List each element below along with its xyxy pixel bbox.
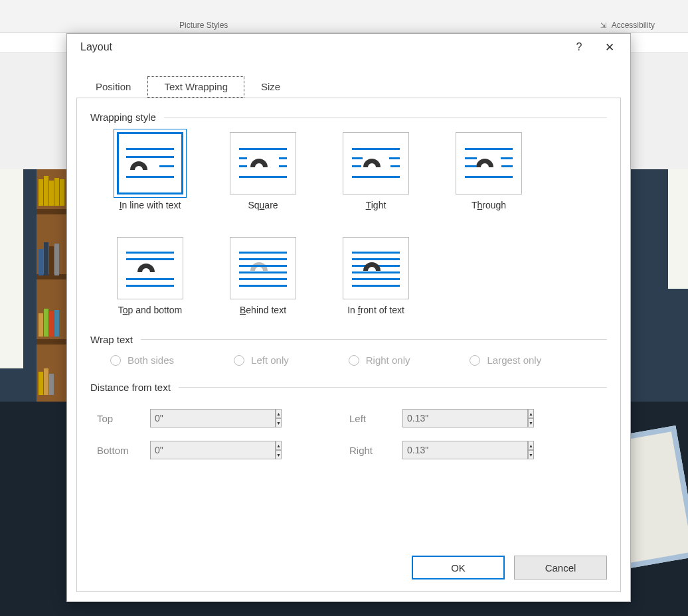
distance-bottom-spinner[interactable]: ▲▼ <box>150 441 256 459</box>
ribbon-group-accessibility: ⇲ Accessibility <box>600 21 655 30</box>
distance-bottom-label: Bottom <box>97 445 150 456</box>
dialog-launcher-icon[interactable]: ⇲ <box>600 21 606 30</box>
style-top-bottom[interactable] <box>117 237 183 299</box>
spin-up-icon[interactable]: ▲ <box>276 441 282 450</box>
style-front[interactable] <box>343 237 409 299</box>
style-square-label: Square <box>248 200 278 210</box>
distance-left-label: Left <box>349 413 402 424</box>
dialog-title: Layout <box>80 41 564 53</box>
wrap-text-title: Wrap text <box>90 334 607 345</box>
distance-left-spinner[interactable]: ▲▼ <box>402 409 509 427</box>
style-behind-label: Behind text <box>240 305 286 315</box>
ribbon-group-picture-styles: Picture Styles <box>179 21 228 30</box>
spin-up-icon[interactable]: ▲ <box>528 441 534 450</box>
help-button[interactable]: ? <box>564 41 594 53</box>
wrap-text-options: Both sides Left only Right only Largest … <box>90 354 607 366</box>
spin-down-icon[interactable]: ▼ <box>528 450 534 459</box>
tabs: Position Text Wrapping Size <box>67 76 630 98</box>
style-inline[interactable] <box>117 132 183 194</box>
spin-up-icon[interactable]: ▲ <box>276 409 282 418</box>
wrapping-style-grid: In line with text Square <box>90 132 607 315</box>
distance-top-input <box>150 409 276 427</box>
radio-right-only: Right only <box>349 354 410 366</box>
distance-right-label: Right <box>349 445 402 456</box>
distance-top-spinner[interactable]: ▲▼ <box>150 409 256 427</box>
style-through-label: Through <box>472 200 506 210</box>
style-inline-label: In line with text <box>120 200 181 210</box>
style-tight[interactable] <box>343 132 409 194</box>
titlebar: Layout ? ✕ <box>67 34 630 60</box>
distance-grid: Top ▲▼ Bottom ▲▼ Left <box>90 402 607 466</box>
accessibility-label: Accessibility <box>612 21 655 30</box>
spin-down-icon[interactable]: ▼ <box>276 418 282 427</box>
distance-right-input <box>402 441 528 459</box>
style-square[interactable] <box>230 132 296 194</box>
tab-size[interactable]: Size <box>244 76 297 98</box>
radio-left-only: Left only <box>234 354 289 366</box>
tab-text-wrapping[interactable]: Text Wrapping <box>147 76 244 98</box>
ribbon: Picture Styles ⇲ Accessibility <box>0 0 688 33</box>
tab-content: Wrapping style In line with text <box>76 98 621 592</box>
ok-button[interactable]: OK <box>412 556 505 579</box>
radio-both-sides: Both sides <box>110 354 174 366</box>
cancel-button[interactable]: Cancel <box>514 556 607 579</box>
spin-up-icon[interactable]: ▲ <box>528 409 534 418</box>
wrapping-style-title: Wrapping style <box>90 112 607 123</box>
spin-down-icon[interactable]: ▼ <box>276 450 282 459</box>
distance-right-spinner[interactable]: ▲▼ <box>402 441 509 459</box>
radio-largest-only: Largest only <box>470 354 541 366</box>
close-button[interactable]: ✕ <box>594 40 625 54</box>
distance-title: Distance from text <box>90 382 607 393</box>
style-through[interactable] <box>456 132 522 194</box>
dialog-footer: OK Cancel <box>412 556 607 579</box>
style-top-bottom-label: Top and bottom <box>118 305 183 315</box>
spin-down-icon[interactable]: ▼ <box>528 418 534 427</box>
style-behind[interactable] <box>230 237 296 299</box>
layout-dialog: Layout ? ✕ Position Text Wrapping Size W… <box>66 33 631 602</box>
style-tight-label: Tight <box>366 200 387 210</box>
tab-position[interactable]: Position <box>79 76 147 98</box>
distance-left-input <box>402 409 528 427</box>
style-front-label: In front of text <box>347 305 404 315</box>
distance-top-label: Top <box>97 413 150 424</box>
distance-bottom-input <box>150 441 276 459</box>
